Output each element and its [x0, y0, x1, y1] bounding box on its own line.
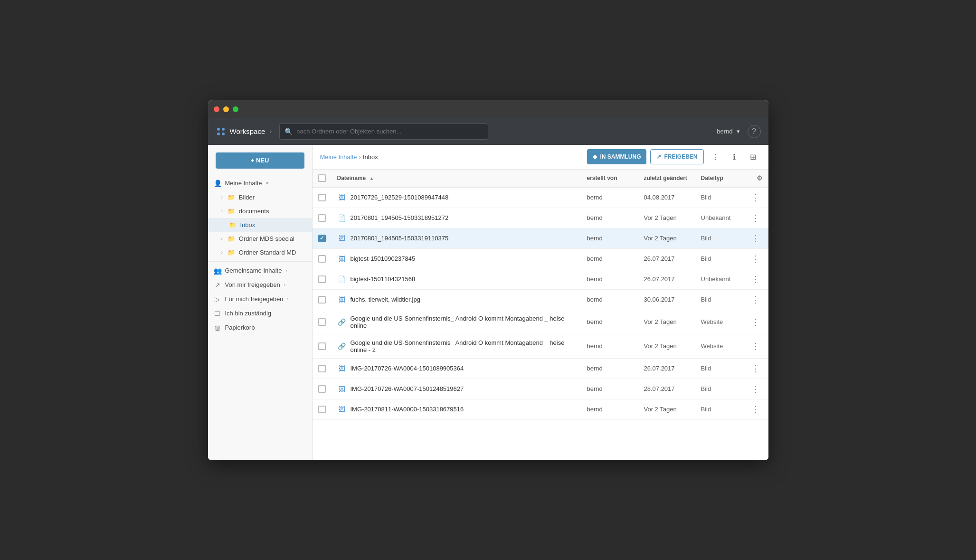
sidebar-item-shared-content[interactable]: 👥 Gemeinsame Inhalte › [208, 264, 312, 278]
workspace-logo[interactable]: Workspace › [216, 126, 272, 137]
sidebar-item-bilder[interactable]: › 📁 Bilder [208, 190, 312, 204]
row-actions-cell[interactable]: ⋮ [743, 208, 768, 228]
row-menu-button[interactable]: ⋮ [749, 213, 763, 223]
sort-icon: ▲ [370, 176, 374, 181]
document-file-icon: 📄 [337, 275, 347, 284]
row-checkbox[interactable] [318, 275, 326, 283]
select-all-checkbox[interactable] [318, 174, 326, 182]
sidebar-item-ordner-standard[interactable]: › 📁 Ordner Standard MD [208, 246, 312, 259]
image-file-icon: 🖼 [337, 234, 347, 243]
row-actions-cell[interactable]: ⋮ [743, 334, 768, 358]
sidebar-item-my-content[interactable]: 👤 Meine Inhalte ▾ [208, 176, 312, 190]
sidebar-item-shared-by-me[interactable]: ↗ Von mir freigegeben › [208, 278, 312, 292]
header-actions: ◆ IN SAMMLUNG ↗ FREIGEBEN ⋮ ℹ ⊞ [587, 149, 760, 164]
info-button[interactable]: ℹ [727, 149, 742, 164]
row-menu-button[interactable]: ⋮ [749, 233, 763, 244]
select-all-header[interactable] [313, 170, 332, 187]
search-bar: 🔍 [279, 123, 488, 140]
expand-icon: › [287, 296, 288, 302]
username-label: bernd [717, 128, 732, 135]
freigeben-label: FREIGEBEN [664, 153, 697, 160]
row-created-by: bernd [581, 334, 638, 358]
workspace-title: Workspace [230, 127, 265, 135]
row-menu-button[interactable]: ⋮ [749, 254, 763, 264]
row-filename-cell: 🖼 bigtest-1501090237845 [332, 248, 581, 269]
row-filetype: Bild [695, 248, 743, 269]
row-actions-cell[interactable]: ⋮ [743, 269, 768, 289]
row-checkbox[interactable] [318, 385, 326, 393]
bilder-label: Bilder [239, 194, 255, 201]
row-checkbox-cell[interactable] [313, 248, 332, 269]
search-input[interactable] [296, 128, 483, 135]
row-actions-cell[interactable]: ⋮ [743, 289, 768, 310]
shared-by-me-label: Von mir freigegeben [225, 281, 280, 288]
new-button[interactable]: + NEU [216, 152, 304, 169]
row-menu-button[interactable]: ⋮ [749, 274, 763, 285]
row-actions-cell[interactable]: ⋮ [743, 399, 768, 419]
row-actions-cell[interactable]: ⋮ [743, 379, 768, 399]
sidebar-item-documents[interactable]: › 📁 documents [208, 204, 312, 218]
folder-icon: 📁 [227, 208, 235, 215]
breadcrumb-parent[interactable]: Meine Inhalte [320, 153, 357, 161]
row-modified: Vor 2 Tagen [638, 310, 695, 334]
row-checkbox[interactable] [318, 255, 326, 263]
row-menu-button[interactable]: ⋮ [749, 317, 763, 327]
row-checkbox[interactable] [318, 296, 326, 304]
row-checkbox-cell[interactable] [313, 358, 332, 379]
grid-view-button[interactable]: ⊞ [746, 149, 761, 164]
row-actions-cell[interactable]: ⋮ [743, 228, 768, 248]
row-filename-cell: 🖼 IMG-20170726-WA0004-1501089905364 [332, 358, 581, 379]
row-checkbox[interactable] [318, 235, 326, 242]
row-menu-button[interactable]: ⋮ [749, 404, 763, 415]
file-table-container: Dateiname ▲ erstellt von zuletzt geänder… [313, 170, 768, 460]
filename-column-header[interactable]: Dateiname ▲ [332, 170, 581, 187]
row-checkbox-cell[interactable] [313, 269, 332, 289]
in-sammlung-button[interactable]: ◆ IN SAMMLUNG [587, 149, 646, 164]
row-checkbox[interactable] [318, 406, 326, 413]
row-checkbox-cell[interactable] [313, 228, 332, 248]
svg-point-1 [222, 128, 225, 131]
row-menu-button[interactable]: ⋮ [749, 384, 763, 394]
row-created-by: bernd [581, 399, 638, 419]
row-checkbox-cell[interactable] [313, 334, 332, 358]
row-checkbox[interactable] [318, 342, 326, 350]
sidebar-item-trash[interactable]: 🗑 Papierkorb [208, 321, 312, 335]
more-options-button[interactable]: ⋮ [708, 149, 723, 164]
row-checkbox[interactable] [318, 194, 326, 201]
sidebar-item-shared-for-me[interactable]: ▷ Für mich freigegeben › [208, 292, 312, 306]
sidebar-item-ordner-mds[interactable]: › 📁 Ordner MDS special [208, 232, 312, 246]
row-checkbox-cell[interactable] [313, 208, 332, 228]
row-checkbox[interactable] [318, 214, 326, 222]
row-checkbox-cell[interactable] [313, 187, 332, 208]
freigeben-button[interactable]: ↗ FREIGEBEN [650, 149, 703, 164]
table-row: 🖼 IMG-20170726-WA0007-1501248519627 bern… [313, 379, 768, 399]
modified-column-header[interactable]: zuletzt geändert [638, 170, 695, 187]
row-menu-button[interactable]: ⋮ [749, 294, 763, 305]
row-checkbox-cell[interactable] [313, 379, 332, 399]
row-filename: 20170801_194505-1503319110375 [351, 235, 449, 242]
filetype-column-header[interactable]: Dateityp [695, 170, 743, 187]
row-checkbox[interactable] [318, 318, 326, 326]
row-menu-button[interactable]: ⋮ [749, 363, 763, 374]
row-checkbox[interactable] [318, 365, 326, 372]
row-menu-button[interactable]: ⋮ [749, 341, 763, 351]
help-button[interactable]: ? [748, 125, 761, 138]
row-checkbox-cell[interactable] [313, 399, 332, 419]
sidebar-item-inbox[interactable]: 📁 Inbox [208, 218, 312, 232]
row-filename: Google und die US-Sonnenfinsternis_ Andr… [351, 315, 576, 329]
expand-icon: › [221, 195, 223, 200]
row-actions-cell[interactable]: ⋮ [743, 248, 768, 269]
created-by-column-header[interactable]: erstellt von [581, 170, 638, 187]
sidebar-item-responsible[interactable]: ☐ Ich bin zuständig [208, 306, 312, 321]
column-settings-icon[interactable]: ⚙ [757, 174, 763, 182]
folder-icon: 📁 [227, 235, 235, 242]
user-menu[interactable]: bernd ▾ [717, 128, 739, 135]
row-checkbox-cell[interactable] [313, 289, 332, 310]
row-modified: 28.07.2017 [638, 379, 695, 399]
row-checkbox-cell[interactable] [313, 310, 332, 334]
row-actions-cell[interactable]: ⋮ [743, 310, 768, 334]
row-actions-cell[interactable]: ⋮ [743, 187, 768, 208]
row-menu-button[interactable]: ⋮ [749, 192, 763, 203]
row-modified: Vor 2 Tagen [638, 208, 695, 228]
row-actions-cell[interactable]: ⋮ [743, 358, 768, 379]
